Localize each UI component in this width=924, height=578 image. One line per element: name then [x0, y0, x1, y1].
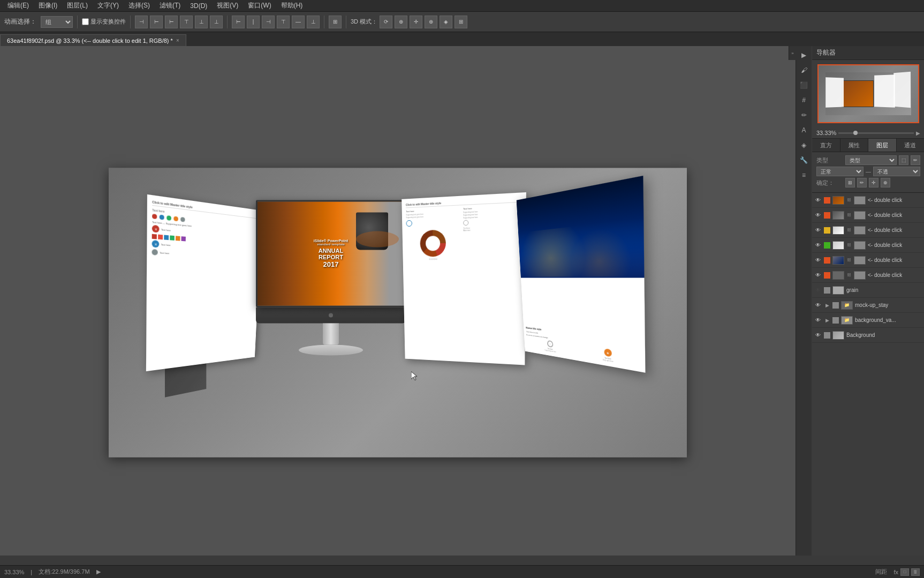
align-left-btn[interactable]: ⊣ — [135, 16, 148, 28]
zoom-arrow-right[interactable]: ▶ — [916, 130, 920, 136]
layer-vis-mockup[interactable]: 👁 — [814, 302, 822, 309]
panel-collapse-btn[interactable]: » — [789, 46, 796, 60]
layer-link-2: ⛓ — [846, 213, 852, 218]
prop-icon-1[interactable]: ⬚ — [899, 155, 908, 165]
3d-btn2[interactable]: ⊕ — [395, 16, 407, 28]
distribute-center-btn[interactable]: | — [247, 16, 260, 28]
layer-vis-bg-var[interactable]: 👁 — [814, 317, 822, 324]
prop-blend-select[interactable]: 正常 — [816, 167, 864, 176]
menu-edit[interactable]: 编辑(E) — [3, 0, 33, 11]
layer-thumb-1 — [832, 196, 844, 205]
lock-pencil-btn[interactable]: ✏ — [857, 178, 867, 187]
status-new-layer-btn[interactable]: □ — [900, 568, 909, 576]
3d-btn3[interactable]: ✛ — [410, 16, 422, 28]
menu-window[interactable]: 窗口(W) — [244, 0, 275, 11]
distribute-bottom-btn[interactable]: ⊥ — [307, 16, 320, 28]
layer-item-bg-var[interactable]: 👁 ▶ 📁 background_va... — [812, 313, 924, 328]
distribute-top-btn[interactable]: ⊤ — [277, 16, 290, 28]
status-fx[interactable]: fx — [893, 569, 898, 575]
layer-item-5[interactable]: 👁 ⛓ <- double click — [812, 253, 924, 268]
tab-layers[interactable]: 图层 — [868, 139, 897, 152]
lock-grid-btn[interactable]: ⊞ — [845, 178, 855, 187]
menu-text[interactable]: 文字(Y) — [93, 0, 123, 11]
layer-item-3[interactable]: 👁 ⛓ <- double click — [812, 223, 924, 238]
lock-move-btn[interactable]: ✛ — [869, 178, 878, 187]
tab-properties[interactable]: 属性 — [840, 139, 869, 152]
status-delete-btn[interactable]: 🗑 — [911, 568, 920, 576]
prop-type-select[interactable]: 类型 — [845, 155, 897, 165]
status-arrow[interactable]: ▶ — [96, 568, 101, 575]
layer-expand-mockup[interactable]: ▶ — [824, 302, 830, 309]
panel-icon-grid[interactable]: # — [797, 93, 811, 107]
tab-histogram[interactable]: 直方 — [812, 139, 840, 152]
3d-btn5[interactable]: ◈ — [440, 16, 452, 28]
menu-filter[interactable]: 滤镜(T) — [155, 0, 185, 11]
panel-icon-brush[interactable]: 🖌 — [797, 63, 811, 77]
layer-item-grain[interactable]: 👁 grain — [812, 283, 924, 298]
align-bottom-btn[interactable]: ⊥ — [210, 16, 223, 28]
layer-vis-2[interactable]: 👁 — [814, 212, 822, 219]
canvas[interactable]: Click to edit Master title style Text he… — [109, 168, 687, 457]
layer-item-4[interactable]: 👁 ⛓ <- double click — [812, 238, 924, 253]
layer-item-mockup[interactable]: 👁 ▶ 📁 mock-up_stay — [812, 298, 924, 313]
menu-image[interactable]: 图像(I) — [34, 0, 62, 11]
slide-right-content: Master title style Click here to edit. I… — [526, 326, 641, 367]
panel-icon-pen[interactable]: ✏ — [797, 108, 811, 122]
layer-color-bg-var — [832, 317, 839, 324]
document-tab-bar: 63ea41f8902f.psd @ 33.3% (<-- double cli… — [0, 32, 924, 46]
panel-icon-swatch[interactable]: ⬛ — [797, 78, 811, 92]
3d-btn1[interactable]: ⟳ — [380, 16, 392, 28]
zoom-slider-track[interactable] — [838, 132, 914, 134]
align-center-h-btn[interactable]: ⊢ — [150, 16, 163, 28]
layer-item-1[interactable]: 👁 ⛓ <- double click — [812, 193, 924, 208]
distribute-right-btn[interactable]: ⊣ — [262, 16, 275, 28]
lock-all-btn[interactable]: ⊕ — [881, 178, 890, 187]
menu-3d[interactable]: 3D(D) — [186, 1, 211, 11]
layer-thumb-2 — [832, 211, 844, 220]
layer-vis-3[interactable]: 👁 — [814, 227, 822, 234]
report-subtitle: REPORT — [314, 254, 348, 260]
layer-vis-background[interactable]: 👁 — [814, 332, 822, 339]
layer-expand-bg-var[interactable]: ▶ — [824, 317, 830, 324]
panel-icon-wrench[interactable]: 🔧 — [797, 153, 811, 167]
layer-item-6[interactable]: 👁 ⛓ <- double click — [812, 268, 924, 283]
layer-vis-4[interactable]: 👁 — [814, 242, 822, 249]
panel-icon-play[interactable]: ▶ — [797, 48, 811, 62]
show-transform-label[interactable]: 显示变换控件 — [82, 18, 126, 26]
layer-vis-grain[interactable]: 👁 — [814, 287, 822, 294]
panel-icon-3d[interactable]: ◈ — [797, 138, 811, 152]
panel-icon-text-ai[interactable]: A — [797, 123, 811, 137]
distribute-middle-btn[interactable]: — — [292, 16, 305, 28]
menu-help[interactable]: 帮助(H) — [277, 0, 307, 11]
tab-channels[interactable]: 通道 — [897, 139, 925, 152]
layer-vis-5[interactable]: 👁 — [814, 257, 822, 264]
thumb-canvas — [825, 72, 911, 115]
canvas-inner: Click to edit Master title style Text he… — [109, 168, 687, 457]
layer-item-background[interactable]: 👁 Background — [812, 328, 924, 343]
distribute-left-btn[interactable]: ⊢ — [232, 16, 245, 28]
panel-icon-adjustment[interactable]: ≡ — [797, 168, 811, 182]
align-top-btn[interactable]: ⊤ — [180, 16, 193, 28]
align-right-btn[interactable]: ⊢ — [165, 16, 178, 28]
document-tab-1[interactable]: 63ea41f8902f.psd @ 33.3% (<-- double cli… — [0, 34, 186, 46]
distribute-spacing-btn[interactable]: ⊞ — [329, 16, 342, 28]
show-transform-checkbox[interactable] — [82, 18, 89, 25]
layer-vis-6[interactable]: 👁 — [814, 272, 822, 279]
prop-blend-row: 正常 — 不透 — [816, 167, 920, 176]
layers-panel: 👁 ⛓ <- double click 👁 ⛓ <- double click … — [812, 193, 924, 556]
layer-item-2[interactable]: 👁 ⛓ <- double click — [812, 208, 924, 223]
align-middle-v-btn[interactable]: ⊥ — [195, 16, 208, 28]
menu-layer[interactable]: 图层(L) — [63, 0, 92, 11]
prop-opacity-label[interactable]: 不透 — [873, 167, 920, 176]
layer-vis-1[interactable]: 👁 — [814, 197, 822, 204]
menu-view[interactable]: 视图(V) — [213, 0, 243, 11]
3d-btn6[interactable]: ⊞ — [455, 16, 467, 28]
document-tab-1-close[interactable]: × — [176, 37, 179, 43]
group-select[interactable]: 组 — [41, 16, 73, 28]
prop-icon-2[interactable]: ✏ — [911, 155, 920, 165]
layer-link-6: ⛓ — [846, 273, 852, 278]
3d-btn4[interactable]: ⊕ — [425, 16, 437, 28]
color-box-3 — [164, 235, 169, 240]
menu-select[interactable]: 选择(S) — [124, 0, 154, 11]
zoom-slider-thumb[interactable] — [853, 131, 858, 135]
